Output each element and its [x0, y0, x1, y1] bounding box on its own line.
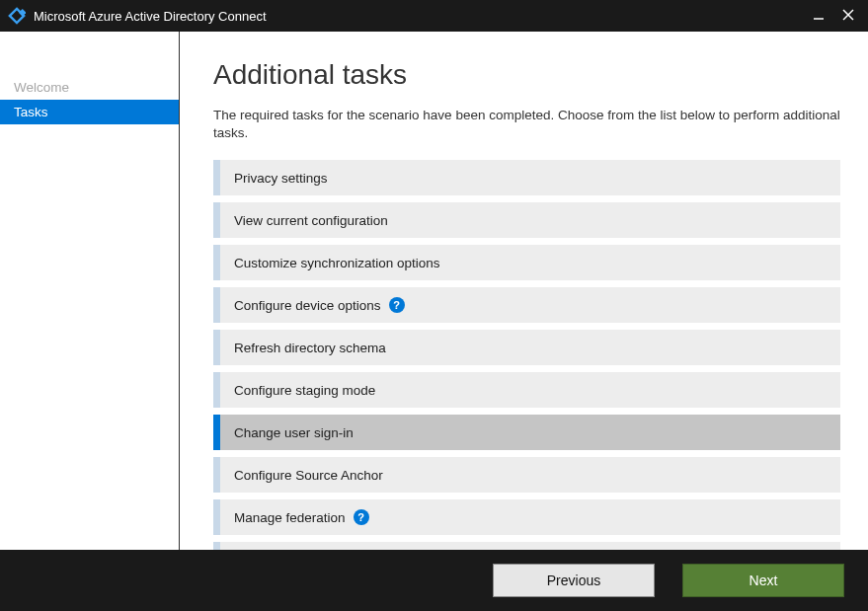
task-list: Privacy settings View current configurat… — [213, 160, 840, 550]
task-stripe — [213, 330, 220, 365]
previous-button[interactable]: Previous — [493, 564, 655, 597]
task-stripe — [213, 372, 220, 408]
task-label: Manage federation — [234, 510, 346, 525]
sidebar-item-label: Tasks — [14, 105, 48, 119]
task-stripe — [213, 202, 220, 238]
task-view-current-configuration[interactable]: View current configuration — [213, 202, 840, 238]
task-label: Configure staging mode — [234, 383, 375, 398]
help-icon[interactable]: ? — [354, 509, 369, 525]
minimize-button[interactable] — [813, 9, 825, 23]
task-stripe — [213, 245, 220, 280]
task-configure-source-anchor[interactable]: Configure Source Anchor — [213, 457, 840, 493]
task-stripe — [213, 287, 220, 323]
task-configure-staging-mode[interactable]: Configure staging mode — [213, 372, 840, 408]
window-title: Microsoft Azure Active Directory Connect — [34, 9, 813, 24]
body-area: Welcome Tasks Additional tasks The requi… — [0, 32, 868, 550]
next-button[interactable]: Next — [682, 564, 844, 597]
task-label: Change user sign-in — [234, 425, 354, 440]
task-label: Refresh directory schema — [234, 341, 386, 355]
sidebar: Welcome Tasks — [0, 32, 180, 550]
task-label: Configure Source Anchor — [234, 468, 383, 483]
main-panel: Additional tasks The required tasks for … — [180, 32, 868, 550]
task-label: Privacy settings — [234, 171, 328, 186]
titlebar: Microsoft Azure Active Directory Connect — [0, 0, 868, 32]
task-stripe — [213, 457, 220, 493]
sidebar-item-tasks[interactable]: Tasks — [0, 100, 179, 124]
task-configure-device-options[interactable]: Configure device options ? — [213, 287, 840, 323]
task-privacy-settings[interactable]: Privacy settings — [213, 160, 840, 195]
page-title: Additional tasks — [213, 59, 840, 91]
task-stripe — [213, 499, 220, 535]
task-refresh-directory-schema[interactable]: Refresh directory schema — [213, 330, 840, 365]
help-icon[interactable]: ? — [389, 297, 405, 313]
footer: Previous Next — [0, 550, 868, 611]
task-change-user-sign-in[interactable]: Change user sign-in — [213, 415, 840, 450]
task-stripe — [213, 415, 220, 450]
task-troubleshoot[interactable]: Troubleshoot — [213, 542, 840, 550]
task-label: View current configuration — [234, 213, 388, 228]
close-button[interactable] — [842, 9, 854, 23]
task-manage-federation[interactable]: Manage federation ? — [213, 499, 840, 535]
sidebar-item-welcome[interactable]: Welcome — [0, 75, 179, 100]
task-stripe — [213, 542, 220, 550]
task-label: Customize synchronization options — [234, 256, 440, 270]
task-customize-synchronization-options[interactable]: Customize synchronization options — [213, 245, 840, 280]
sidebar-item-label: Welcome — [14, 80, 69, 95]
page-description: The required tasks for the scenario have… — [213, 107, 840, 142]
task-label: Configure device options — [234, 298, 381, 313]
window-controls — [813, 9, 860, 23]
task-stripe — [213, 160, 220, 195]
app-logo-icon — [8, 7, 26, 25]
